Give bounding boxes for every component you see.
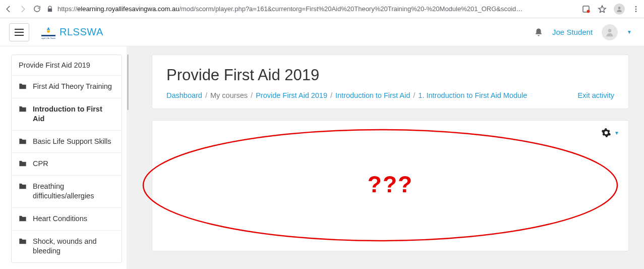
crumb-sep: /: [251, 91, 253, 99]
brand-name: RLSSWA: [60, 26, 103, 38]
main-region: Provide First Aid 2019 Dashboard / My co…: [129, 46, 644, 269]
scorm-content-card: ▼ ???: [152, 120, 629, 251]
svg-point-2: [618, 7, 621, 9]
course-nav-title: Provide First Aid 2019: [12, 55, 122, 76]
folder-icon: [19, 83, 27, 90]
nav-item-intro[interactable]: Introduction to First Aid: [12, 98, 122, 131]
forward-button[interactable]: [18, 5, 27, 14]
nav-item-bls[interactable]: Basic Life Support Skills: [12, 131, 122, 153]
svg-point-1: [587, 10, 590, 13]
nav-item-label: First Aid Theory Training: [33, 82, 112, 92]
nav-item-label: Heart Conditions: [33, 214, 87, 224]
nav-item-label: Introduction to First Aid: [33, 104, 114, 124]
menu-toggle-button[interactable]: [9, 23, 29, 41]
svg-point-8: [47, 30, 49, 32]
svg-point-9: [608, 29, 612, 32]
svg-point-5: [635, 11, 637, 12]
crumb-section[interactable]: Introduction to First Aid: [335, 91, 410, 99]
folder-icon: [19, 215, 27, 222]
nav-item-label: Shock, wounds and bleeding: [33, 237, 114, 256]
extension-icon[interactable]: [581, 5, 591, 14]
user-menu-caret-icon[interactable]: ▼: [627, 29, 632, 35]
folder-icon: [19, 138, 27, 145]
nav-item-heart[interactable]: Heart Conditions: [12, 208, 122, 231]
user-name[interactable]: Joe Student: [552, 28, 593, 36]
crumb-sep: /: [330, 91, 332, 99]
title-card: Provide First Aid 2019 Dashboard / My co…: [152, 55, 629, 109]
notifications-icon[interactable]: [534, 28, 543, 37]
chrome-profile-avatar[interactable]: [614, 4, 625, 15]
crumb-sep: /: [205, 91, 207, 99]
folder-icon: [19, 183, 27, 190]
course-nav: Provide First Aid 2019 First Aid Theory …: [11, 55, 122, 263]
folder-icon: [19, 160, 27, 167]
crumb-mycourses: My courses: [210, 91, 248, 99]
svg-rect-6: [41, 35, 55, 36]
breadcrumb: Dashboard / My courses / Provide First A…: [166, 91, 527, 99]
brand-logo-icon: Royal Life Saving: [41, 25, 55, 39]
crumb-dashboard[interactable]: Dashboard: [166, 91, 202, 99]
nav-item-first-aid-theory[interactable]: First Aid Theory Training: [12, 76, 122, 98]
reload-button[interactable]: [32, 5, 41, 14]
nav-item-label: Basic Life Support Skills: [33, 137, 111, 147]
brand[interactable]: Royal Life Saving RLSSWA: [41, 25, 103, 39]
crumb-sep: /: [413, 91, 415, 99]
nav-item-cpr[interactable]: CPR: [12, 153, 122, 176]
browser-toolbar: https://elearning.royallifesavingwa.com.…: [0, 0, 644, 18]
lock-icon: [46, 6, 53, 13]
nav-item-label: CPR: [33, 159, 48, 169]
star-icon[interactable]: [598, 5, 607, 14]
address-bar[interactable]: https://elearning.royallifesavingwa.com.…: [46, 5, 576, 13]
crumb-module[interactable]: 1. Introduction to First Aid Module: [418, 91, 527, 99]
user-avatar[interactable]: [602, 24, 618, 40]
page-title: Provide First Aid 2019: [166, 66, 614, 84]
nav-item-breathing[interactable]: Breathing difficulties/allergies: [12, 176, 122, 208]
crumb-course[interactable]: Provide First Aid 2019: [256, 91, 327, 99]
folder-icon: [19, 238, 27, 245]
annotation-text: ???: [368, 171, 413, 198]
back-button[interactable]: [4, 5, 13, 14]
app-header: Royal Life Saving RLSSWA Joe Student ▼: [0, 18, 644, 46]
folder-icon: [19, 105, 27, 113]
svg-point-3: [635, 6, 637, 8]
chrome-menu-icon[interactable]: [632, 5, 640, 13]
nav-item-shock[interactable]: Shock, wounds and bleeding: [12, 231, 122, 262]
svg-text:Royal Life Saving: Royal Life Saving: [41, 37, 55, 39]
nav-item-label: Breathing difficulties/allergies: [33, 182, 114, 201]
exit-activity-link[interactable]: Exit activity: [577, 91, 614, 99]
sidebar-region: Provide First Aid 2019 First Aid Theory …: [0, 46, 129, 269]
svg-point-4: [635, 8, 637, 10]
url-text: https://elearning.royallifesavingwa.com.…: [57, 5, 522, 13]
